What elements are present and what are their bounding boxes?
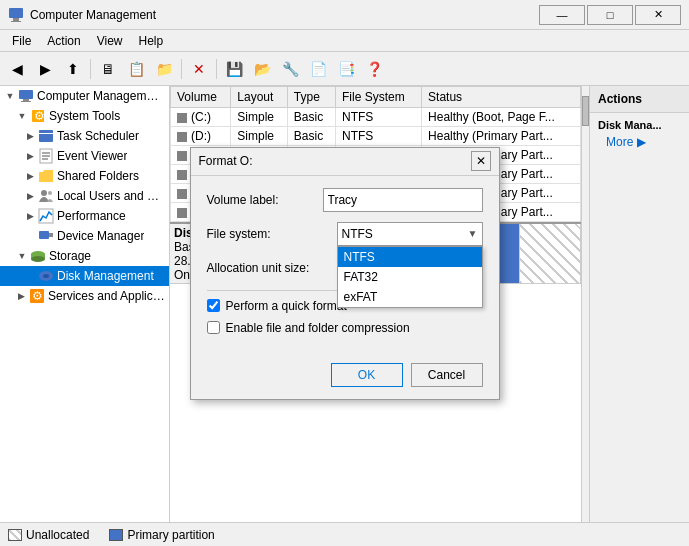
allocation-label: Allocation unit size:	[207, 261, 337, 275]
file-system-value: NTFS	[342, 227, 373, 241]
quick-format-label: Perform a quick format	[226, 299, 347, 313]
file-system-dropdown[interactable]: NTFS ▼ NTFS FAT32 exFAT	[337, 222, 483, 246]
volume-label-text: Volume label:	[207, 193, 323, 207]
volume-label-row: Volume label:	[207, 188, 483, 212]
dialog-title: Format O:	[199, 154, 471, 168]
file-system-dropdown-list: NTFS FAT32 exFAT	[337, 246, 483, 308]
quick-format-checkbox[interactable]	[207, 299, 220, 312]
option-fat32[interactable]: FAT32	[338, 267, 482, 287]
option-ntfs[interactable]: NTFS	[338, 247, 482, 267]
dialog-close-button[interactable]: ✕	[471, 151, 491, 171]
compression-label: Enable file and folder compression	[226, 321, 410, 335]
file-system-label: File system:	[207, 227, 337, 241]
dialog-buttons: OK Cancel	[191, 355, 499, 399]
option-exfat[interactable]: exFAT	[338, 287, 482, 307]
format-dialog: Format O: ✕ Volume label: File system: N…	[190, 147, 500, 400]
cancel-button[interactable]: Cancel	[411, 363, 483, 387]
file-system-row: File system: NTFS ▼ NTFS FAT32 exFAT	[207, 222, 483, 246]
dialog-content: Volume label: File system: NTFS ▼ NTFS F…	[191, 176, 499, 355]
dropdown-arrow-icon: ▼	[468, 228, 478, 239]
ok-button[interactable]: OK	[331, 363, 403, 387]
file-system-dropdown-btn[interactable]: NTFS ▼	[337, 222, 483, 246]
dialog-title-bar: Format O: ✕	[191, 148, 499, 176]
compression-checkbox[interactable]	[207, 321, 220, 334]
dialog-overlay: Format O: ✕ Volume label: File system: N…	[0, 0, 689, 546]
volume-label-input[interactable]	[323, 188, 483, 212]
compression-row: Enable file and folder compression	[207, 321, 483, 335]
